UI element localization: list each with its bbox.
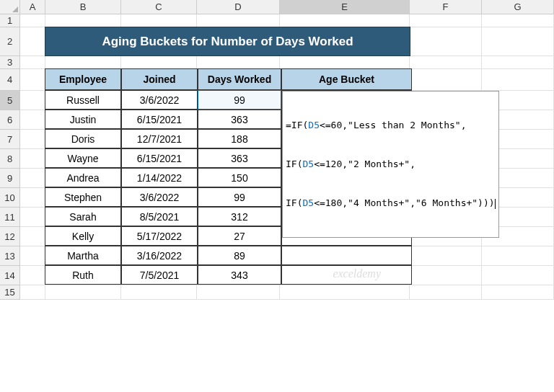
cell-employee[interactable]: Russell [45,90,121,110]
cell-days[interactable]: 363 [198,148,281,168]
cell-days[interactable]: 99 [198,187,281,207]
cell-days[interactable]: 188 [198,129,281,148]
cell-employee[interactable]: Wayne [45,148,121,168]
cell-joined[interactable]: 8/5/2021 [121,207,198,226]
col-header-A[interactable]: A [20,0,45,14]
col-header-D[interactable]: D [197,0,280,14]
cell-employee[interactable]: Stephen [45,187,121,207]
row-header-7[interactable]: 7 [0,130,20,149]
col-header-B[interactable]: B [45,0,121,14]
row-header-3[interactable]: 3 [0,56,20,69]
row-header-10[interactable]: 10 [0,188,20,208]
row-header-5[interactable]: 5 [0,91,20,110]
cell-employee[interactable]: Andrea [45,168,121,187]
header-bucket[interactable]: Age Bucket [281,68,412,90]
cell-joined[interactable]: 12/7/2021 [121,129,198,148]
row-header-2[interactable]: 2 [0,27,20,56]
text-cursor [495,199,496,209]
cell-employee[interactable]: Justin [45,110,121,129]
row-header-4[interactable]: 4 [0,69,20,91]
formula-line-2: IF(D5<=120,"2 Months+", [286,158,496,171]
formula-line-3: IF(D5<=180,"4 Months+","6 Months+"))) [286,197,496,210]
col-header-C[interactable]: C [121,0,197,14]
title-banner: Aging Buckets for Number of Days Worked [45,27,410,56]
row-header-15[interactable]: 15 [0,285,20,300]
header-joined[interactable]: Joined [121,68,198,90]
row-header-11[interactable]: 11 [0,208,20,227]
cell-bucket[interactable] [281,265,412,285]
row-header-8[interactable]: 8 [0,149,20,169]
cell-employee[interactable]: Doris [45,129,121,148]
col-header-G[interactable]: G [482,0,554,14]
cell-bucket[interactable] [281,246,412,265]
cell-days[interactable]: 99 [198,90,281,110]
col-header-F[interactable]: F [410,0,482,14]
row-header-9[interactable]: 9 [0,169,20,188]
cell-days[interactable]: 89 [198,246,281,265]
row-header-1[interactable]: 1 [0,14,20,27]
row-header-13[interactable]: 13 [0,246,20,266]
cell-joined[interactable]: 7/5/2021 [121,265,198,285]
cell-days[interactable]: 343 [198,265,281,285]
cell-joined[interactable]: 3/6/2022 [121,90,198,110]
formula-line-1: =IF(D5<=60,"Less than 2 Months", [286,119,496,132]
cell-employee[interactable]: Sarah [45,207,121,226]
row-header-14[interactable]: 14 [0,266,20,285]
formula-editor[interactable]: =IF(D5<=60,"Less than 2 Months", IF(D5<=… [282,91,499,238]
row-headers: 123456789101112131415 [0,14,20,300]
row-header-12[interactable]: 12 [0,227,20,246]
cell-days[interactable]: 312 [198,207,281,226]
select-all-corner[interactable] [0,0,20,14]
cell-days[interactable]: 27 [198,226,281,246]
column-headers: ABCDEFG [0,0,554,14]
cell-joined[interactable]: 3/16/2022 [121,246,198,265]
col-header-E[interactable]: E [280,0,410,14]
cell-employee[interactable]: Martha [45,246,121,265]
header-employee[interactable]: Employee [45,68,121,90]
title-text: Aging Buckets for Number of Days Worked [102,35,353,49]
cell-employee[interactable]: Kelly [45,226,121,246]
cell-joined[interactable]: 1/14/2022 [121,168,198,187]
spreadsheet: ABCDEFG 123456789101112131415 Aging Buck… [0,0,554,392]
cell-days[interactable]: 150 [198,168,281,187]
cell-employee[interactable]: Ruth [45,265,121,285]
cell-joined[interactable]: 3/6/2022 [121,187,198,207]
cell-joined[interactable]: 5/17/2022 [121,226,198,246]
row-header-6[interactable]: 6 [0,110,20,130]
header-days[interactable]: Days Worked [198,68,281,90]
cell-days[interactable]: 363 [198,110,281,129]
cell-joined[interactable]: 6/15/2021 [121,148,198,168]
cell-joined[interactable]: 6/15/2021 [121,110,198,129]
